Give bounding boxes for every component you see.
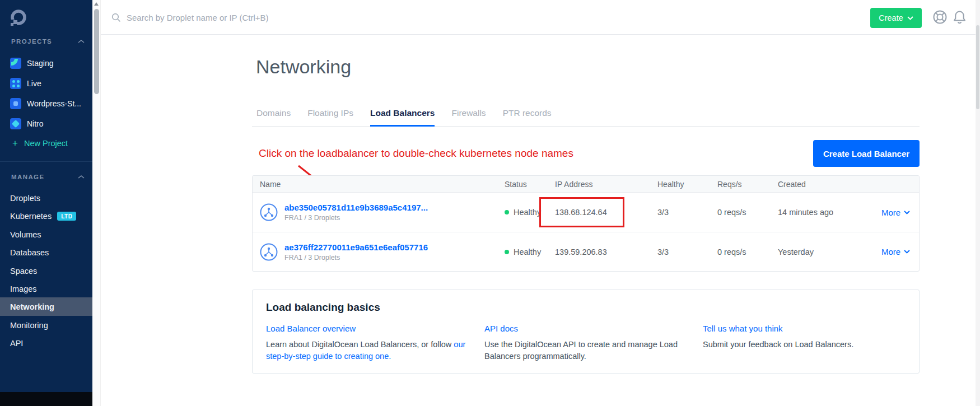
basics-column-overview: Load Balancer overview Learn about Digit… [266,324,469,362]
create-button-label: Create [879,13,903,22]
item-label: Kubernetes [10,212,52,221]
sidebar-item-databases[interactable]: Databases [0,246,92,259]
more-button[interactable]: More [881,247,910,256]
basics-text: Learn about DigitalOcean Load Balancers,… [266,340,451,349]
sidebar-item-kubernetes[interactable]: Kubernetes LTD [0,209,92,223]
sidebar-project-wordpress[interactable]: Wordpress-St... [0,97,92,110]
item-label: Databases [10,248,49,257]
sidebar-project-nitro[interactable]: Nitro [0,117,92,130]
load-balancer-icon [260,243,278,261]
live-project-icon [10,78,21,89]
feedback-link[interactable]: Tell us what you think [703,324,906,333]
ltd-badge: LTD [57,212,76,221]
annotation-text: Click on the loadbalancer to double-chec… [259,147,573,160]
digitalocean-networking-page: PROJECTS Staging Live Wordpress-St... Ni… [0,0,980,406]
bell-icon[interactable] [951,9,968,25]
load-balancing-basics-card: Load balancing basics Load Balancer over… [252,290,920,374]
digitalocean-logo-icon[interactable] [9,8,28,27]
sidebar: PROJECTS Staging Live Wordpress-St... Ni… [0,0,92,406]
tab-domains[interactable]: Domains [256,108,291,126]
new-project-label: New Project [24,139,68,148]
left-scrollbar [92,0,101,406]
column-header-ip: IP Address [555,180,657,189]
load-balancer-name-link[interactable]: abe350e05781d11e9b3689a5c4197... [284,203,428,212]
item-label: API [10,339,23,348]
ip-address: 138.68.124.64 [555,208,657,217]
tab-bar: Domains Floating IPs Load Balancers Fire… [252,108,920,127]
created-time: Yesterday [778,248,881,256]
healthy-status-dot [505,210,509,214]
sidebar-item-spaces[interactable]: Spaces [0,264,92,278]
column-header-healthy: Healthy [657,180,717,189]
load-balancer-name-link[interactable]: ae376ff22770011e9a651e6eaf057716 [284,242,428,252]
create-button[interactable]: Create [870,8,922,28]
project-label: Staging [27,59,53,68]
basics-text: Use the DigitalOcean API to create and m… [484,339,687,362]
search-area [111,0,362,35]
chevron-up-icon [78,39,85,44]
scroll-up-arrow-icon[interactable] [94,2,99,6]
load-balancer-region: FRA1 / 3 Droplets [284,214,428,222]
sidebar-item-api[interactable]: API [0,337,92,350]
manage-label: MANAGE [11,174,45,180]
status-text: Healthy [514,248,541,256]
sidebar-item-images[interactable]: Images [0,282,92,296]
healthy-count: 3/3 [657,208,717,217]
table-row: ae376ff22770011e9a651e6eaf057716 FRA1 / … [253,232,919,271]
tab-firewalls[interactable]: Firewalls [451,108,486,126]
item-label: Spaces [10,267,37,276]
sidebar-project-staging[interactable]: Staging [0,57,92,70]
tab-ptr-records[interactable]: PTR records [503,108,552,126]
created-time: 14 minutes ago [778,208,881,217]
search-icon [111,13,121,22]
topbar: Create [101,0,980,35]
more-label: More [881,208,900,217]
tab-label: Load Balancers [370,108,435,118]
healthy-status-dot [505,250,509,254]
chevron-down-icon [907,16,913,20]
item-label: Monitoring [10,321,48,330]
column-header-status: Status [505,180,555,189]
chevron-down-icon [904,250,910,254]
tab-label: Floating IPs [307,108,353,118]
sidebar-item-networking[interactable]: Networking [0,297,92,316]
sidebar-item-volumes[interactable]: Volumes [0,228,92,241]
sidebar-item-monitoring[interactable]: Monitoring [0,319,92,332]
left-scrollbar-thumb[interactable] [94,9,99,94]
sidebar-item-droplets[interactable]: Droplets [0,192,92,205]
tab-floating-ips[interactable]: Floating IPs [307,108,353,126]
help-lifering-icon[interactable] [932,9,948,25]
table-row: abe350e05781d11e9b3689a5c4197... FRA1 / … [253,193,919,232]
status-text: Healthy [514,208,541,217]
sidebar-divider [0,161,92,162]
basics-title: Load balancing basics [266,301,906,314]
tab-load-balancers[interactable]: Load Balancers [370,108,435,126]
column-header-reqs: Reqs/s [717,180,778,189]
api-docs-link[interactable]: API docs [484,324,687,333]
column-header-name: Name [260,180,505,189]
search-input[interactable] [127,13,362,22]
item-label: Volumes [10,230,41,239]
plus-icon: + [12,138,18,149]
sidebar-project-live[interactable]: Live [0,77,92,90]
requests-per-second: 0 reqs/s [717,248,778,256]
more-button[interactable]: More [881,208,910,217]
projects-section-header[interactable]: PROJECTS [11,38,85,45]
right-scrollbar-thumb[interactable] [976,25,979,109]
load-balancer-icon [260,203,278,221]
basics-column-api: API docs Use the DigitalOcean API to cre… [484,324,687,362]
load-balancer-overview-link[interactable]: Load Balancer overview [266,324,469,333]
tab-label: Firewalls [451,108,486,118]
item-label: Images [10,284,37,293]
basics-column-feedback: Tell us what you think Submit your feedb… [703,324,906,362]
new-project-button[interactable]: + New Project [0,137,92,150]
create-load-balancer-button[interactable]: Create Load Balancer [813,140,920,167]
load-balancer-region: FRA1 / 3 Droplets [284,254,428,262]
project-label: Live [27,79,41,88]
more-label: More [881,247,900,256]
wordpress-project-icon [10,98,21,109]
projects-label: PROJECTS [11,38,52,45]
manage-section-header[interactable]: MANAGE [11,174,85,180]
page-title: Networking [256,56,351,78]
chevron-up-icon [78,175,85,179]
